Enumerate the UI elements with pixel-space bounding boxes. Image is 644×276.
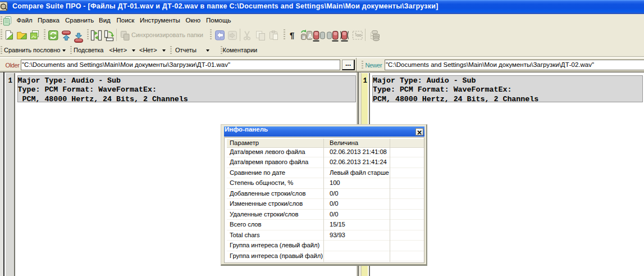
svg-text:A: A — [308, 33, 312, 39]
svg-text:¶: ¶ — [290, 30, 294, 40]
